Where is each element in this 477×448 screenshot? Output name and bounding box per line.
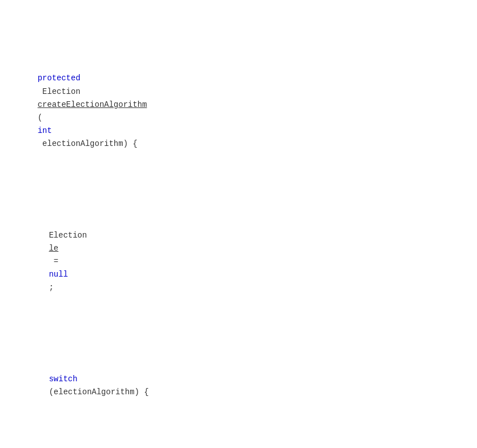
code-container: protected Election createElectionAlgorit…	[0, 0, 477, 448]
keyword-switch: switch	[49, 374, 77, 384]
code-block: protected Election createElectionAlgorit…	[9, 7, 468, 448]
method-name: createElectionAlgorithm	[37, 100, 147, 109]
line-3: switch (electionAlgorithm) {	[9, 360, 468, 412]
type-election2: Election	[49, 231, 92, 240]
punct-paren: (	[37, 113, 42, 122]
eq: =	[49, 257, 63, 266]
keyword-int: int	[37, 126, 51, 135]
type-election: Election	[37, 87, 85, 96]
var-le: le	[49, 244, 58, 253]
line-2: Election le = null ;	[9, 216, 468, 308]
semicolon: ;	[49, 283, 53, 292]
keyword-null: null	[49, 270, 68, 279]
param-election-algo: electionAlgorithm) {	[37, 139, 137, 148]
switch-param: (electionAlgorithm) {	[49, 387, 148, 397]
line-1: protected Election createElectionAlgorit…	[9, 59, 468, 163]
keyword-protected: protected	[37, 74, 80, 83]
